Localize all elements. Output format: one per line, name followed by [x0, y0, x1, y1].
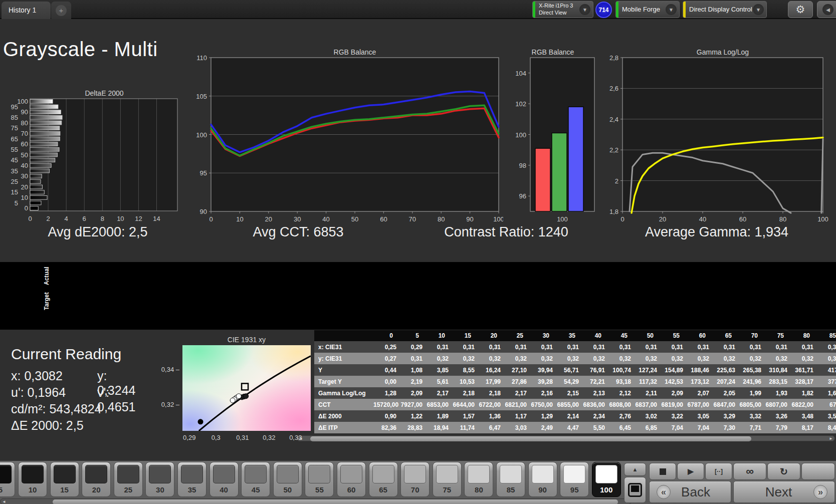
level-button-label: 20	[82, 485, 110, 494]
scrollbar-thumb[interactable]	[310, 436, 751, 441]
level-button-65[interactable]: 65	[369, 462, 398, 497]
svg-text:55: 55	[11, 146, 18, 153]
table-cell: 328,17	[790, 378, 816, 385]
table-cell: 3,32	[738, 413, 764, 420]
settings-button[interactable]: ⚙	[788, 1, 813, 18]
table-row-label: CCT	[314, 401, 373, 408]
table-scrollbar[interactable]: ◄ ►	[297, 435, 835, 441]
table-cell: 6750,00	[530, 401, 556, 408]
level-button-label: 100	[592, 485, 620, 494]
table-cell: 1,08	[399, 367, 426, 374]
table-row-label: ΔE 2000	[314, 413, 373, 420]
table-row: Y0,441,083,858,5516,2427,1039,9456,7176,…	[314, 364, 836, 376]
chevron-down-icon: ▼	[753, 4, 764, 15]
level-button-55[interactable]: 55	[305, 462, 334, 497]
svg-text:20: 20	[21, 183, 28, 191]
transport-refresh-button[interactable]: ↻	[767, 463, 800, 480]
back-button[interactable]: « Back	[649, 481, 731, 503]
svg-text:80: 80	[438, 215, 445, 223]
pattern-source-dropdown[interactable]: Mobile Forge ▼	[615, 1, 680, 18]
svg-text:5: 5	[15, 199, 18, 207]
level-button-70[interactable]: 70	[400, 462, 430, 497]
svg-text:90: 90	[21, 108, 28, 116]
level-button-80[interactable]: 80	[464, 462, 493, 497]
loop-icon: ∞	[746, 465, 754, 478]
table-cell: 1,99	[738, 390, 764, 397]
next-button[interactable]: Next »	[733, 481, 835, 503]
svg-text:100: 100	[515, 131, 526, 139]
level-button-15[interactable]: 15	[50, 462, 79, 497]
history-tab[interactable]: History 1	[2, 2, 51, 19]
table-cell: 0,25	[373, 344, 399, 351]
transport-blank-button[interactable]	[801, 463, 835, 480]
add-tab-button[interactable]: +	[51, 2, 71, 19]
table-row-label: x: CIE31	[314, 344, 373, 351]
transport-loop-button[interactable]: ∞	[733, 463, 766, 480]
scrollbar-thumb[interactable]	[53, 499, 618, 504]
level-button-45[interactable]: 45	[241, 462, 270, 497]
level-button-label: 85	[497, 485, 525, 494]
meter-dropdown[interactable]: X-Rite i1Pro 3 Direct View ▼	[532, 1, 593, 18]
table-cell: 3,55	[816, 413, 836, 420]
display-dropdown-label: Direct Display Control	[686, 6, 753, 14]
level-button-35[interactable]: 35	[177, 462, 206, 497]
level-button-label: 70	[401, 485, 429, 494]
table-cell: 0,27	[373, 355, 399, 362]
scroll-right-icon[interactable]: ►	[827, 436, 834, 442]
svg-text:30: 30	[294, 215, 301, 223]
level-button-5[interactable]: 5	[0, 462, 15, 497]
collapse-panel-button[interactable]: ◀	[817, 1, 836, 18]
scroll-up-button[interactable]: ▲	[624, 463, 646, 476]
table-cell: 10,53	[452, 378, 478, 385]
table-row-label: y: CIE31	[314, 355, 373, 362]
level-button-10[interactable]: 10	[18, 462, 47, 497]
next-chevron-icon: »	[813, 485, 827, 499]
level-button-20[interactable]: 20	[82, 462, 111, 497]
pattern-window-button[interactable]	[624, 477, 646, 503]
svg-text:85: 85	[11, 114, 18, 121]
step-icon: [··]	[715, 468, 723, 475]
meter-count-badge[interactable]: 714	[595, 2, 612, 18]
table-cell: 3,02	[634, 413, 660, 420]
table-cell: 0,32	[790, 355, 816, 362]
level-button-85[interactable]: 85	[496, 462, 525, 497]
level-button-50[interactable]: 50	[273, 462, 302, 497]
level-button-30[interactable]: 30	[145, 462, 174, 497]
table-cell: 7,79	[764, 424, 790, 431]
svg-text:2,8: 2,8	[609, 54, 618, 62]
svg-text:95: 95	[200, 169, 207, 177]
table-cell: 679	[816, 401, 836, 408]
table-cell: 6807,00	[764, 401, 790, 408]
table-cell: 0,32	[556, 355, 582, 362]
display-control-dropdown[interactable]: Direct Display Control ▼	[683, 1, 767, 18]
level-button-25[interactable]: 25	[114, 462, 143, 497]
transport-play-button[interactable]: ▶	[677, 463, 704, 480]
table-cell: 6853,00	[426, 401, 452, 408]
table-cell: 0,90	[373, 413, 399, 420]
level-button-90[interactable]: 90	[528, 462, 557, 497]
level-button-label: 45	[242, 485, 270, 494]
current-reading-title: Current Reading	[11, 346, 121, 363]
table-cell: 0,32	[504, 355, 530, 362]
level-button-75[interactable]: 75	[433, 462, 462, 497]
table-cell: 0,00	[373, 378, 399, 385]
level-swatch	[308, 465, 330, 483]
level-button-60[interactable]: 60	[337, 462, 366, 497]
level-button-100[interactable]: 100	[592, 462, 621, 497]
table-column-header: 80	[790, 332, 816, 339]
level-scrollbar[interactable]: ◄ ►	[0, 498, 632, 504]
scroll-left-icon[interactable]: ◄	[1, 499, 8, 504]
level-button-95[interactable]: 95	[560, 462, 589, 497]
table-cell: 56,71	[556, 367, 582, 374]
level-button-label: 95	[560, 485, 588, 494]
table-cell: 7927,00	[399, 401, 426, 408]
cie-y-tick: 0,32 –	[156, 401, 179, 408]
level-button-label: 75	[433, 485, 461, 494]
table-cell: 2,05	[712, 390, 738, 397]
table-cell: 1,57	[452, 413, 478, 420]
top-bar: History 1 + X-Rite i1Pro 3 Direct View ▼…	[0, 0, 836, 19]
transport-step-button[interactable]: [··]	[705, 463, 732, 480]
transport-stop-button[interactable]	[649, 463, 676, 480]
table-cell: 16,24	[478, 367, 504, 374]
level-button-40[interactable]: 40	[210, 462, 239, 497]
